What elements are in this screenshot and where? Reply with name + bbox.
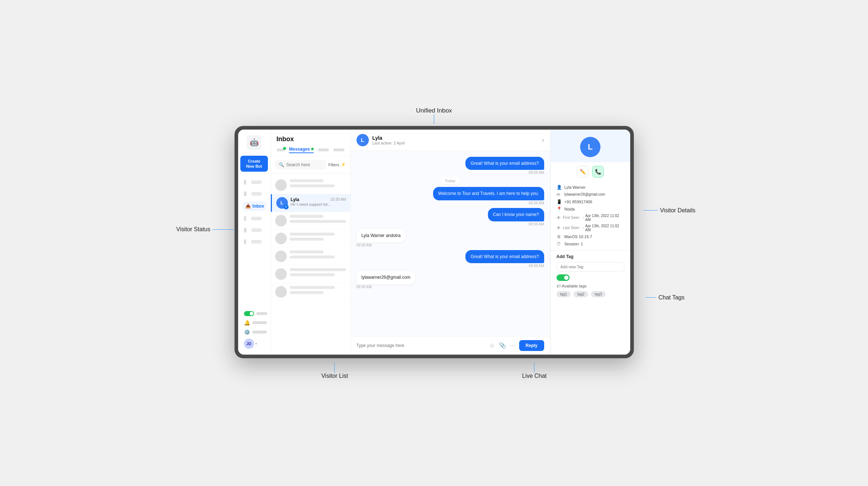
visitor-status-toggle[interactable] xyxy=(244,311,254,316)
visitor-avatar-placeholder xyxy=(275,215,287,226)
visitor-session-value: Session: 1 xyxy=(565,242,583,246)
chat-messages: Great! What is your email address? 09:58… xyxy=(351,151,550,336)
person-icon: 👤 xyxy=(557,185,562,190)
visitor-avatar-placeholder xyxy=(275,233,287,244)
tab-inactive-1[interactable] xyxy=(318,148,329,151)
list-item[interactable] xyxy=(271,283,350,301)
visitor-status-toggle-row xyxy=(244,311,267,316)
sidebar-inbox-label[interactable]: Inbox xyxy=(253,204,264,209)
eye-icon: 👁 xyxy=(557,215,562,220)
clock-icon: ⏱ xyxy=(557,241,562,246)
list-item[interactable] xyxy=(271,265,350,283)
visitor-actions: ✏️ 📞 xyxy=(551,162,630,181)
tag-chips-container: tag1 tag2 tag3 xyxy=(557,290,624,299)
settings-icon[interactable]: ⚙️ xyxy=(244,329,250,335)
message-bubble: Lyla Warner andotra xyxy=(356,229,406,242)
edit-button[interactable]: ✏️ xyxy=(577,166,588,177)
tag-chip[interactable]: tag2 xyxy=(574,291,588,297)
message-group: Lyla Warner andotra 09:58 AM xyxy=(356,229,544,247)
right-panel: L ✏️ 📞 👤 Lyla Warner ✉ lylawarner26@gmai… xyxy=(550,130,630,355)
inbox-title: Inbox xyxy=(277,135,345,143)
visitor-name-lyla: Lyla xyxy=(291,197,299,202)
list-item[interactable] xyxy=(271,248,350,265)
chat-input-area: ☺ 📎 ⋯ Reply xyxy=(351,336,550,355)
visitor-list-annotation: Visitor List xyxy=(321,373,348,379)
sidebar-nav: 📥 Inbox xyxy=(241,177,268,311)
visitor-location-detail: 📍 Noida xyxy=(557,207,624,212)
message-group: Great! What is your email address? 09:58… xyxy=(356,157,544,175)
chat-expand-icon[interactable]: › xyxy=(542,137,544,143)
unified-inbox-label: Unified Inbox xyxy=(416,107,452,114)
more-options-icon[interactable]: ⋯ xyxy=(510,342,515,349)
search-input-wrapper[interactable]: 🔍 xyxy=(275,160,326,170)
visitor-avatar-placeholder xyxy=(275,179,287,191)
message-group: lylawarner26@gmail.com 09:58 AM xyxy=(356,271,544,289)
inbox-header: Inbox Messages xyxy=(271,130,350,156)
message-time: 09:58 AM xyxy=(529,264,544,268)
first-seen-label: First Seen xyxy=(563,216,581,220)
visitor-phone-value: +91 859917406 xyxy=(565,200,592,204)
tab-inactive-2[interactable] xyxy=(333,148,344,151)
bell-icon[interactable]: 🔔 xyxy=(244,320,250,326)
tab-messages[interactable]: Messages xyxy=(289,147,313,153)
chat-header-left: L Lyla Last active: 2 April xyxy=(356,134,405,146)
message-time: 09:58 AM xyxy=(529,171,544,175)
monitor-icon: 🖥 xyxy=(557,234,562,239)
visitor-avatar-lyla: L f xyxy=(276,197,288,209)
logo: 🤖 xyxy=(247,135,261,151)
emoji-icon[interactable]: ☺ xyxy=(489,342,495,349)
chat-tags-annotation: Chat Tags xyxy=(659,294,685,301)
visitor-name-value: Lyla Warner xyxy=(565,185,586,189)
visitor-details-annotation: Visitor Details xyxy=(660,207,696,214)
visitor-item-lyla[interactable]: L f Lyla 10:30 AM Hi! I need support for… xyxy=(271,194,350,212)
last-seen-label: Last Seen xyxy=(563,226,581,230)
visitor-name-detail: 👤 Lyla Warner xyxy=(557,185,624,190)
visitor-big-avatar: L xyxy=(580,137,600,157)
user-avatar: JD xyxy=(244,339,254,349)
tab-messages-label: Messages xyxy=(289,147,313,153)
chat-input[interactable] xyxy=(356,343,486,348)
email-icon: ✉ xyxy=(557,192,562,197)
list-item[interactable] xyxy=(271,212,350,230)
svg-text:🤖: 🤖 xyxy=(250,138,259,147)
attachment-icon[interactable]: 📎 xyxy=(499,342,506,349)
tab-pill-1 xyxy=(277,148,285,151)
call-button[interactable]: 📞 xyxy=(592,166,604,177)
message-time: 09:58 AM xyxy=(529,201,544,205)
message-time: 09:58 AM xyxy=(529,222,544,226)
tag-chip[interactable]: tag3 xyxy=(591,291,605,297)
available-tags-label: 🏷 Available tags xyxy=(557,284,624,288)
visitor-location-value: Noida xyxy=(565,207,575,211)
list-item[interactable] xyxy=(271,176,350,194)
filter-icon: ⚡ xyxy=(341,162,346,167)
visitor-phone-detail: 📱 +91 859917406 xyxy=(557,199,624,204)
location-icon: 📍 xyxy=(557,207,562,212)
visitor-avatar-placeholder xyxy=(275,268,287,280)
app-inner: 🤖 Create New Bot xyxy=(238,130,630,355)
list-item[interactable] xyxy=(271,230,350,248)
chat-header: L Lyla Last active: 2 April › xyxy=(351,130,550,151)
user-avatar-row[interactable]: JD - xyxy=(244,339,257,349)
chat-contact-avatar: L xyxy=(356,134,369,146)
search-input[interactable] xyxy=(286,162,323,167)
inbox-panel: Inbox Messages xyxy=(271,130,351,355)
message-group: Welcome to Tour and Travels. I am here t… xyxy=(356,187,544,205)
visitor-avatar-placeholder xyxy=(275,250,287,262)
tag-toggle[interactable] xyxy=(557,274,570,281)
add-tag-input[interactable] xyxy=(557,262,624,271)
visitor-email-value: lylawarner26@gmail.com xyxy=(565,192,605,196)
visitor-os-value: MacOS 10.15.7 xyxy=(565,234,592,239)
tag-chip[interactable]: tag1 xyxy=(557,291,571,297)
create-new-bot-button[interactable]: Create New Bot xyxy=(240,156,268,172)
reply-button[interactable]: Reply xyxy=(519,340,544,351)
date-divider: Today xyxy=(440,177,460,184)
first-seen-value: Apr 13th, 2022 11:02 AM xyxy=(585,214,624,222)
message-time: 09:58 AM xyxy=(356,243,372,247)
phone-icon: 📱 xyxy=(557,199,562,204)
visitor-email-detail: ✉ lylawarner26@gmail.com xyxy=(557,192,624,197)
app-frame: 🤖 Create New Bot xyxy=(235,126,634,358)
filters-button[interactable]: Filters ⚡ xyxy=(329,162,346,167)
visitor-os-detail: 🖥 MacOS 10.15.7 xyxy=(557,234,624,239)
notifications-row: 🔔 xyxy=(244,320,267,326)
sidebar: 🤖 Create New Bot xyxy=(238,130,271,355)
